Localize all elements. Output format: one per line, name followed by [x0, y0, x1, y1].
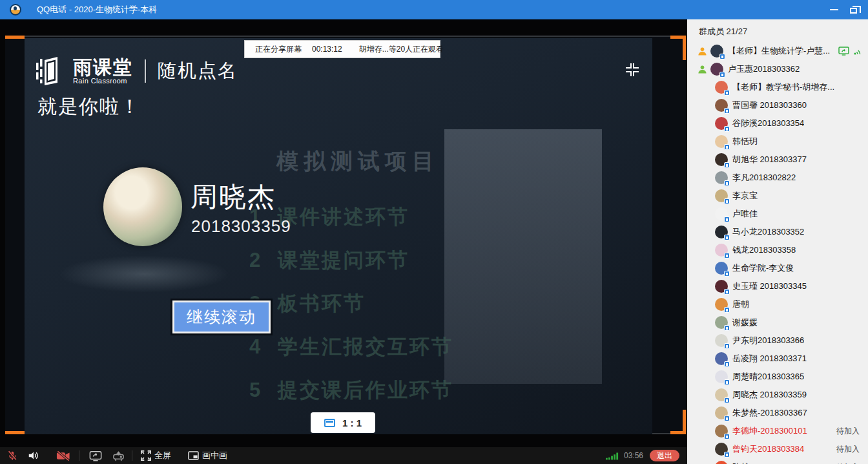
member-sharing-icon	[838, 47, 849, 56]
member-name: 史玉瑾 2018303345	[732, 280, 807, 292]
restore-button[interactable]	[843, 0, 863, 19]
member-avatar	[715, 244, 728, 257]
minimize-icon	[830, 9, 838, 10]
member-row[interactable]: 卢玉惠2018303362	[687, 60, 868, 78]
agenda-item-text: 板书环节	[278, 290, 366, 317]
member-name: 谷陟溪2018303354	[732, 118, 804, 129]
member-row[interactable]: 陈然 待加入	[687, 458, 868, 464]
member-speaking-icon	[853, 47, 862, 56]
mobile-online-badge	[724, 416, 730, 421]
member-row[interactable]: 唐朝	[687, 295, 868, 313]
member-row[interactable]: 李德坤-2018300101 待加入	[687, 422, 868, 440]
member-avatar	[715, 153, 728, 166]
mobile-online-badge	[724, 180, 730, 186]
member-row[interactable]: 马小龙2018303352	[687, 223, 868, 241]
member-name: 【老师】教学秘书-胡增存...	[732, 81, 834, 93]
member-name: 【老师】生物统计学-卢慧...	[728, 45, 830, 57]
projector-button[interactable]	[112, 450, 125, 461]
mobile-online-badge	[724, 434, 730, 439]
fullscreen-label: 全屏	[154, 450, 171, 461]
pip-icon	[188, 451, 199, 460]
pip-button[interactable]: 画中画	[188, 450, 227, 461]
student-name: 周晓杰	[191, 179, 276, 215]
member-row[interactable]: 李京宝	[687, 187, 868, 205]
member-row[interactable]: 周晓杰 2018303359	[687, 386, 868, 404]
member-name: 钱龙2018303358	[732, 244, 796, 256]
sharing-status: 正在分享屏幕	[255, 44, 302, 55]
camera-muted-button[interactable]	[56, 450, 70, 461]
member-name: 卢玉惠2018303362	[728, 63, 800, 75]
mobile-online-badge	[724, 397, 730, 403]
member-name: 曾钧天2018303384	[732, 443, 804, 455]
share-corner-marker	[5, 431, 25, 434]
fullscreen-button[interactable]: 全屏	[141, 450, 171, 461]
member-name: 马小龙2018303352	[732, 226, 804, 238]
member-row[interactable]: 曹国馨 2018303360	[687, 96, 868, 114]
agenda-item: 4 学生汇报交互环节	[249, 333, 521, 361]
member-row[interactable]: 卢唯佳	[687, 205, 868, 223]
member-status-icon	[698, 47, 707, 56]
toolbar-divider	[79, 450, 79, 461]
rain-classroom-header: 雨课堂 Rain Classroom 随机点名	[36, 56, 238, 86]
pending-join-label: 待加入	[836, 462, 860, 464]
member-row[interactable]: 岳凌翔 2018303371	[687, 350, 868, 368]
title-bar: QQ电话 - 2020-生物统计学-本科	[0, 0, 868, 19]
mobile-online-badge	[724, 216, 730, 222]
member-row[interactable]: 韩恬玥	[687, 132, 868, 151]
brand-block: 雨课堂 Rain Classroom	[73, 58, 133, 85]
member-avatar	[715, 334, 728, 347]
member-status-icon	[698, 65, 707, 74]
agenda-item-text: 课件讲述环节	[278, 204, 409, 231]
member-row[interactable]: 【老师】教学秘书-胡增存...	[687, 78, 868, 96]
member-row[interactable]: 李凡2018302822	[687, 169, 868, 187]
member-row[interactable]: 史玉瑾 2018303345	[687, 277, 868, 295]
member-row[interactable]: 【老师】生物统计学-卢慧...	[687, 42, 868, 60]
member-avatar	[715, 171, 728, 184]
member-name: 谢媛媛	[732, 317, 758, 328]
restore-icon	[850, 8, 857, 14]
minimize-button[interactable]	[824, 0, 843, 19]
mobile-online-badge	[724, 253, 730, 258]
agenda-item-text: 课堂提问环节	[278, 247, 409, 274]
agenda-item: 2 课堂提问环节	[249, 247, 521, 274]
member-name: 李德坤-2018300101	[732, 425, 807, 437]
brand-name-en: Rain Classroom	[73, 77, 133, 85]
agenda-item: 3 板书环节	[249, 290, 521, 317]
member-row[interactable]: 周楚晴2018303365	[687, 368, 868, 386]
mobile-online-badge	[724, 361, 730, 367]
member-row[interactable]: 谷陟溪2018303354	[687, 114, 868, 132]
agenda-item-number: 5	[249, 379, 278, 402]
mobile-online-badge	[724, 235, 730, 240]
member-avatar	[710, 45, 723, 58]
member-name: 陈然	[732, 461, 749, 464]
feature-title: 随机点名	[158, 58, 238, 84]
member-row[interactable]: 胡旭华 2018303377	[687, 151, 868, 169]
zoom-ratio-pill[interactable]: 1 : 1	[311, 412, 375, 433]
member-name: 李凡2018302822	[732, 172, 796, 184]
mobile-online-badge	[724, 162, 730, 168]
member-name: 卢唯佳	[732, 208, 758, 220]
member-avatar	[715, 189, 728, 202]
signal-strength-icon	[606, 452, 619, 460]
collapse-icon[interactable]	[625, 63, 639, 77]
member-row[interactable]: 钱龙2018303358	[687, 241, 868, 259]
member-row[interactable]: 生命学院-李文俊	[687, 259, 868, 277]
member-row[interactable]: 谢媛媛	[687, 313, 868, 332]
speaker-button[interactable]	[27, 450, 39, 461]
pending-join-label: 待加入	[836, 444, 860, 455]
monitor-icon	[324, 419, 335, 427]
mic-muted-button[interactable]	[6, 450, 18, 461]
sharing-timer: 00:13:12	[312, 45, 342, 54]
member-row[interactable]: 朱梦然-2018303367	[687, 404, 868, 422]
qq-app-icon	[10, 4, 21, 16]
member-row[interactable]: 曾钧天2018303384 待加入	[687, 440, 868, 458]
share-corner-marker	[5, 36, 25, 39]
member-avatar	[715, 135, 728, 148]
member-name: 岳凌翔 2018303371	[732, 353, 807, 364]
shared-screen-region: 模拟测试项目 1 课件讲述环节 2 课堂提问环节	[5, 36, 686, 434]
exit-call-button[interactable]: 退出	[650, 450, 679, 461]
member-activity-icons	[838, 47, 862, 56]
member-row[interactable]: 尹东明2018303366	[687, 332, 868, 350]
continue-scroll-button[interactable]: 继续滚动	[172, 301, 271, 333]
share-screen-button[interactable]	[89, 450, 102, 461]
